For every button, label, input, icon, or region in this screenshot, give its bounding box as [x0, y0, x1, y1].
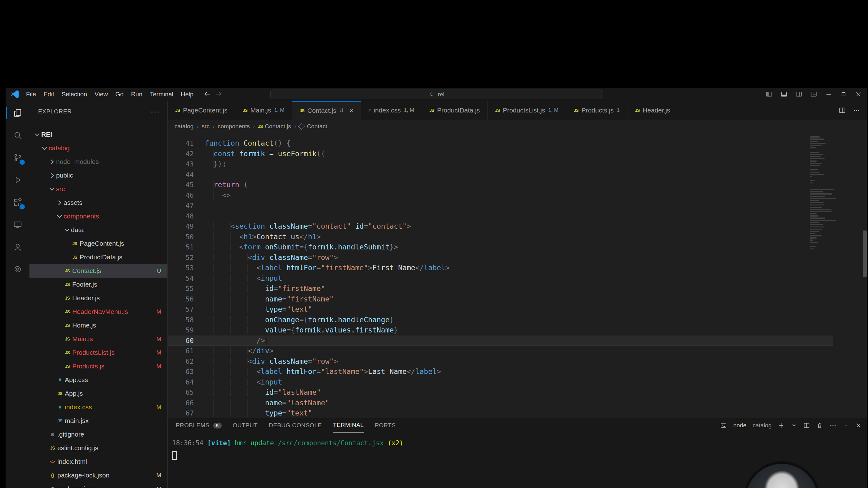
menu-help[interactable]: Help	[177, 90, 197, 99]
layout-customize-icon[interactable]	[806, 88, 821, 101]
tab-pagecontent.js[interactable]: JSPageContent.js	[168, 101, 235, 120]
code-line-text: <section className="contact" id="contact…	[205, 221, 411, 232]
tree-item-main.js[interactable]: JSMain.jsM	[29, 332, 167, 346]
breadcrumb-contact[interactable]: Contact	[299, 123, 327, 130]
remote-explorer-icon[interactable]	[10, 218, 25, 232]
breadcrumb-src[interactable]: src	[202, 123, 210, 130]
source-control-icon[interactable]	[10, 151, 25, 165]
tab-main.js[interactable]: JSMain.js1, M	[235, 101, 292, 120]
tree-folder-assets[interactable]: assets	[29, 196, 167, 209]
run-and-debug-icon[interactable]	[10, 173, 25, 187]
window-minimize-button[interactable]	[821, 88, 836, 101]
window-close-button[interactable]	[851, 88, 866, 101]
tree-item-index.css[interactable]: #index.cssM	[29, 400, 167, 414]
close-panel-icon[interactable]	[855, 422, 862, 428]
tree-item-home.js[interactable]: JSHome.js	[29, 319, 167, 332]
more-actions-icon[interactable]	[853, 106, 860, 114]
forward-arrow-icon[interactable]	[215, 91, 223, 98]
tab-products.js[interactable]: JSProducts.js1	[566, 101, 627, 120]
tree-item-header.js[interactable]: JSHeader.js	[29, 291, 167, 305]
menu-file[interactable]: File	[22, 90, 40, 99]
tree-item-main.jsx[interactable]: JSmain.jsx	[29, 414, 167, 428]
split-terminal-icon[interactable]	[803, 422, 810, 429]
tree-item-pagecontent.js[interactable]: JSPageContent.js	[29, 237, 167, 250]
tab-productdata.js[interactable]: JSProductData.js	[422, 101, 488, 120]
tree-folder-rei[interactable]: REI	[29, 128, 167, 141]
layout-sidebar-right-icon[interactable]	[792, 88, 806, 101]
panel-tab-debug-console[interactable]: DEBUG CONSOLE	[269, 418, 322, 432]
minimap-line	[810, 218, 825, 219]
layout-sidebar-left-icon[interactable]	[762, 88, 777, 101]
maximize-panel-icon[interactable]	[843, 422, 849, 428]
menu-view[interactable]: View	[91, 90, 112, 99]
tab-contact.js[interactable]: JSContact.jsU×	[292, 101, 361, 120]
tree-item-eslint.config.js[interactable]: JSeslint.config.js	[29, 441, 167, 455]
search-icon[interactable]	[10, 128, 25, 142]
tab-header.js[interactable]: JSHeader.js	[627, 101, 678, 120]
tab-label: Header.js	[643, 106, 670, 114]
terminal-profiles-dropdown-icon[interactable]	[791, 422, 797, 428]
menu-go[interactable]: Go	[112, 90, 127, 99]
terminal-shell-label[interactable]: node	[733, 422, 746, 429]
editor-scrollbar[interactable]	[863, 230, 867, 277]
minimap-line	[810, 154, 823, 155]
tree-item-index.html[interactable]: <>index.html	[29, 455, 167, 468]
file-icon-js: JS	[55, 391, 65, 396]
tree-item-products.js[interactable]: JSProducts.jsM	[29, 359, 167, 373]
panel-tab-problems[interactable]: PROBLEMS5	[176, 418, 222, 432]
tree-item-app.css[interactable]: #App.css	[29, 373, 167, 387]
explorer-title: EXPLORER	[38, 108, 72, 115]
tree-item-app.js[interactable]: JSApp.js	[29, 387, 167, 400]
code-editor[interactable]: 41function Contact() {42 const formik = …	[168, 133, 867, 418]
tree-item-.gitignore[interactable]: ⊘.gitignore	[29, 428, 167, 441]
command-center-search[interactable]: rei	[270, 90, 603, 99]
minimap-line	[810, 198, 836, 199]
panel-tab-ports[interactable]: PORTS	[375, 418, 396, 432]
breadcrumb-components[interactable]: components	[218, 123, 250, 130]
tree-folder-src[interactable]: src	[29, 182, 167, 196]
back-arrow-icon[interactable]	[204, 91, 211, 98]
tree-folder-components[interactable]: components	[29, 209, 167, 223]
accounts-icon[interactable]	[10, 240, 25, 254]
tree-folder-node_modules[interactable]: node_modules	[29, 155, 167, 168]
more-actions-icon[interactable]	[829, 422, 837, 429]
settings-icon[interactable]	[10, 262, 25, 276]
tree-item-package-lock.json[interactable]: {}package-lock.jsonM	[29, 468, 167, 482]
tree-item-headernavmenu.js[interactable]: JSHeaderNavMenu.jsM	[29, 305, 167, 319]
screen: FileEditSelectionViewGoRunTerminalHelp r…	[0, 0, 868, 488]
menu-run[interactable]: Run	[127, 90, 146, 99]
minimap[interactable]	[810, 136, 837, 251]
tree-folder-data[interactable]: data	[29, 223, 167, 237]
menu-terminal[interactable]: Terminal	[146, 90, 177, 99]
terminal[interactable]: 18:36:54 [vite] hmr update /src/componen…	[168, 432, 867, 460]
window-maximize-button[interactable]	[836, 88, 851, 101]
new-terminal-icon[interactable]	[778, 422, 785, 429]
tab-close-icon[interactable]: ×	[349, 107, 353, 114]
code-line-61: 61 </div>	[168, 346, 833, 356]
panel-tab-terminal[interactable]: TERMINAL	[333, 418, 364, 432]
explorer-icon[interactable]	[10, 106, 25, 120]
tree-folder-catalog[interactable]: catalog	[29, 141, 167, 155]
tree-folder-public[interactable]: public	[29, 168, 167, 182]
tree-item-productslist.js[interactable]: JSProductsList.jsM	[29, 346, 167, 359]
minimap-line	[810, 222, 819, 223]
menu-edit[interactable]: Edit	[40, 90, 58, 99]
tree-item-footer.js[interactable]: JSFooter.js	[29, 278, 167, 291]
explorer-actions-icon[interactable]: ···	[151, 110, 160, 113]
layout-panel-icon[interactable]	[777, 88, 792, 101]
code-line-54: 54 <input	[168, 273, 833, 284]
panel-tab-output[interactable]: OUTPUT	[233, 418, 258, 432]
tree-item-contact.js[interactable]: JSContact.jsU	[29, 264, 167, 278]
tab-index.css[interactable]: #index.css1, M	[361, 101, 422, 120]
kill-terminal-icon[interactable]	[816, 422, 823, 429]
tree-item-package.json[interactable]: {}package.jsonM	[29, 482, 167, 488]
extensions-icon[interactable]	[10, 195, 25, 209]
breadcrumb-contact.js[interactable]: JSContact.js	[258, 123, 291, 130]
menu-selection[interactable]: Selection	[58, 90, 91, 99]
split-editor-icon[interactable]	[839, 106, 846, 114]
breadcrumb-catalog[interactable]: catalog	[175, 123, 193, 130]
panel-header: PROBLEMS5OUTPUTDEBUG CONSOLETERMINALPORT…	[168, 418, 867, 432]
tree-item-productdata.js[interactable]: JSProductData.js	[29, 250, 167, 264]
file-icon-js: JS	[62, 268, 72, 273]
tab-productslist.js[interactable]: JSProductsList.js1, M	[488, 101, 566, 120]
